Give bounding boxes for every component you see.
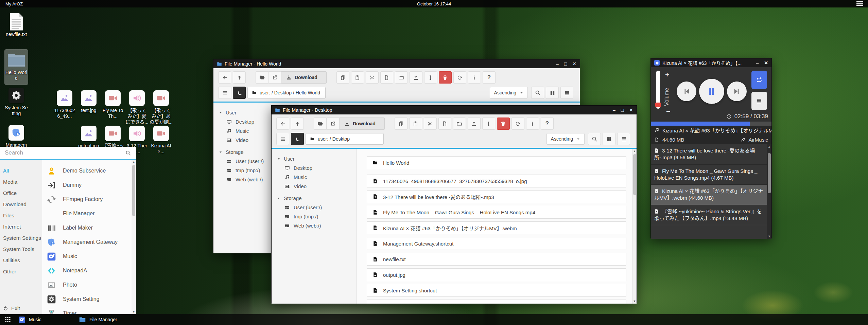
desktop-icon--[interactable]: 【歌ってみた】愛にできる... <box>125 90 149 125</box>
desktop-icon-fly-me-to-th-[interactable]: Fly Me To Th... <box>101 90 124 119</box>
open-in-new-button[interactable] <box>327 118 340 130</box>
info-button[interactable] <box>468 71 481 84</box>
sidebar-item[interactable]: Web (web:/) <box>272 221 356 230</box>
category-utilities[interactable]: Utilities <box>0 255 42 266</box>
file-row[interactable]: output.jpg <box>367 268 626 281</box>
download-button[interactable]: Download <box>340 118 385 130</box>
category-system-settings[interactable]: System Settings <box>0 232 42 243</box>
file-row[interactable]: Hello World <box>367 156 626 169</box>
repeat-button[interactable] <box>751 71 767 89</box>
app-item-label-maker[interactable]: Label Maker <box>42 221 136 235</box>
file-row[interactable]: Management Gateway.shortcut <box>367 237 626 250</box>
open-in-new-button[interactable] <box>268 71 281 84</box>
pause-button[interactable] <box>699 79 724 104</box>
copy-button[interactable] <box>395 118 407 130</box>
search-input[interactable] <box>5 149 125 156</box>
app-list-scrollbar[interactable]: ▲ ▼ <box>132 160 136 314</box>
scrollbar-thumb[interactable] <box>132 165 135 216</box>
back-button[interactable] <box>276 118 289 130</box>
paste-button[interactable] <box>351 71 364 84</box>
close-button[interactable]: ✕ <box>629 108 633 112</box>
topbar-menu-icon[interactable] <box>856 1 863 6</box>
playlist-scrollbar[interactable]: ▲ ▼ <box>767 144 771 239</box>
desktop-icon-hello-world[interactable]: Hello World <box>5 50 28 85</box>
file-row-partial[interactable] <box>367 300 626 304</box>
grid-view-button[interactable] <box>546 87 559 99</box>
back-button[interactable] <box>218 71 231 84</box>
scroll-up-icon[interactable]: ▲ <box>132 160 136 164</box>
sort-order-dropdown[interactable]: Ascending <box>490 87 528 98</box>
search-button[interactable] <box>588 133 601 145</box>
category-all[interactable]: All <box>0 165 42 176</box>
close-button[interactable]: ✕ <box>764 60 768 65</box>
desktop-icon-newfile-txt[interactable]: newfile.txt <box>5 13 28 37</box>
sidebar-item[interactable]: Video <box>272 182 356 191</box>
app-item-management-gateway[interactable]: Management Gateway <box>42 235 136 249</box>
app-grid-button[interactable] <box>0 316 16 323</box>
rename-button[interactable] <box>424 71 437 84</box>
next-track-button[interactable] <box>727 82 747 101</box>
app-item-demo-subservice[interactable]: Demo Subservice <box>42 164 136 178</box>
scroll-down-icon[interactable]: ▼ <box>767 235 771 238</box>
help-button[interactable]: ? <box>483 71 496 84</box>
sort-order-dropdown[interactable]: Ascending <box>546 133 585 145</box>
playlist-item[interactable]: 3-12 There will be love there -愛のある場所-.m… <box>651 144 771 165</box>
up-button[interactable] <box>233 71 246 84</box>
open-button[interactable] <box>256 71 268 84</box>
upload-button[interactable] <box>410 71 422 84</box>
list-view-button[interactable] <box>617 133 630 145</box>
refresh-button[interactable] <box>511 118 524 130</box>
queue-button[interactable] <box>751 92 767 110</box>
delete-button[interactable] <box>497 118 510 130</box>
sidebar-section-storage[interactable]: Storage <box>272 194 356 203</box>
taskbar-task-file-manager[interactable]: File Manager <box>76 314 137 325</box>
titlebar[interactable]: File Manager - Desktop – □ ✕ <box>272 106 637 114</box>
desktop-icon-kizuna-ai-[interactable]: Kizuna AI ×... <box>150 126 173 155</box>
sidebar-item[interactable]: User (user:/) <box>272 203 356 212</box>
category-system-tools[interactable]: System Tools <box>0 243 42 255</box>
desktop-icon-system-setting[interactable]: System Setting <box>5 88 28 116</box>
new-folder-button[interactable] <box>453 118 466 130</box>
new-file-button[interactable] <box>380 71 393 84</box>
cut-button[interactable] <box>424 118 437 130</box>
app-item-photo[interactable]: Photo <box>42 278 136 292</box>
file-list-scrollbar[interactable]: ▲ ▼ <box>632 149 637 304</box>
host-name[interactable]: My ArOZ <box>5 1 23 6</box>
file-row[interactable]: System Setting.shortcut <box>367 284 626 297</box>
scrollbar-thumb[interactable] <box>633 154 636 195</box>
new-folder-button[interactable] <box>395 71 408 84</box>
scroll-up-icon[interactable]: ▲ <box>767 145 771 148</box>
file-row[interactable]: Fly Me To The Moon _ Gawr Gura Sings _ H… <box>367 206 626 219</box>
file-row[interactable]: 3-12 There will be love there -愛のある場所-.m… <box>367 190 626 203</box>
scroll-down-icon[interactable]: ▼ <box>632 300 637 303</box>
playlist-item[interactable]: 『雪峰 ~yukimine~ Piano & Strings Ver.』を歌って… <box>651 205 771 225</box>
paste-button[interactable] <box>409 118 422 130</box>
app-item-ffmpeg-factory[interactable]: FFmpeg Factory <box>42 192 136 206</box>
breadcrumb[interactable]: user: / Desktop <box>306 133 384 145</box>
category-files[interactable]: Files <box>0 210 42 221</box>
category-download[interactable]: Download <box>0 199 42 210</box>
file-row[interactable]: 117346026_4968186883206677_3276783073763… <box>367 175 626 187</box>
app-item-music[interactable]: Music <box>42 249 136 264</box>
minimize-button[interactable]: – <box>556 61 559 66</box>
open-button[interactable] <box>314 118 327 130</box>
scrollbar-thumb[interactable] <box>768 153 771 193</box>
category-office[interactable]: Office <box>0 187 42 199</box>
playlist-item-selected[interactable]: Kizuna AI × 花譜 #63「かりそめ」【オリジナルMV】.webm (… <box>651 185 771 205</box>
app-item-notepada[interactable]: NotepadA <box>42 264 136 278</box>
desktop-icon--[interactable]: 【歌ってみた】あの夏が飽... <box>150 90 173 125</box>
desktop-icon-117346026-49-[interactable]: 117346026_49... <box>53 90 76 119</box>
app-item-dummy[interactable]: Dummy <box>42 178 136 192</box>
exit-button[interactable]: Exit <box>3 305 20 311</box>
titlebar[interactable]: File Manager - Hello World – □ ✕ <box>213 59 580 68</box>
sidebar-item[interactable]: Music <box>272 173 356 182</box>
file-row[interactable]: newfile.txt <box>367 253 626 266</box>
cut-button[interactable] <box>366 71 379 84</box>
menu-button[interactable] <box>276 133 289 145</box>
close-button[interactable]: ✕ <box>572 61 576 66</box>
progress-bar[interactable] <box>651 122 771 126</box>
menu-button[interactable] <box>218 87 231 99</box>
volume-down-label[interactable]: − <box>666 107 670 115</box>
previous-track-button[interactable] <box>677 82 696 101</box>
maximize-button[interactable]: □ <box>621 108 624 112</box>
